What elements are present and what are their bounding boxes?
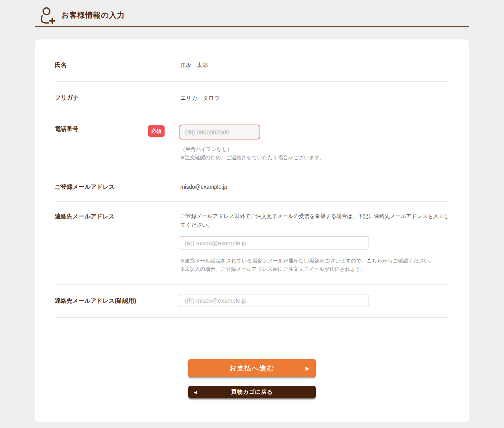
back-button-label: 買物カゴに戻る (231, 389, 273, 395)
name-value: 江坂 太郎 (179, 62, 208, 68)
row-contact-email-confirm: 連絡先メールアドレス(確認用) (55, 285, 449, 318)
phone-note-contact: ※注文確認のため、ご連絡させていただく場合がございます。 (180, 153, 449, 162)
contact-email-label: 連絡先メールアドレス (55, 213, 115, 220)
phone-label: 電話番号 (55, 125, 78, 132)
arrow-right-icon: ▶ (306, 365, 309, 371)
contact-email-note-blank: ※未記入の場合、ご登録メールアドレス宛にご注文完了メールが送信されます。 (180, 265, 449, 273)
furigana-label: フリガナ (55, 94, 79, 101)
required-badge: 必須 (148, 125, 165, 137)
checkout-page: お客様情報の入力 氏名 江坂 太郎 フリガナ エサカ タロウ 電話番号 (35, 0, 469, 422)
name-label: 氏名 (55, 61, 67, 68)
row-registered-email: ご登録メールアドレス misdo@example.jp (55, 172, 449, 202)
phone-input[interactable] (179, 125, 260, 140)
contact-email-input[interactable] (179, 236, 369, 249)
contact-email-confirm-label: 連絡先メールアドレス(確認用) (55, 297, 136, 304)
kochira-link[interactable]: こちら (367, 258, 382, 264)
contact-email-description: ご登録メールアドレス以外でご注文完了メールの受信を希望する場合は、下記に連絡先メ… (179, 212, 449, 229)
row-name: 氏名 江坂 太郎 (55, 49, 449, 82)
row-furigana: フリガナ エサカ タロウ (55, 82, 449, 114)
spam-note-tail: からご確認ください。 (382, 258, 434, 264)
page-title: お客様情報の入力 (61, 10, 125, 20)
person-add-icon (38, 7, 56, 24)
row-phone: 電話番号 必須 （半角ハイフンなし） ※注文確認のため、ご連絡させていただく場合… (55, 114, 449, 172)
registered-email-value: misdo@example.jp (179, 184, 227, 190)
contact-email-note-spam: ※迷惑メール設定をされている場合はメールが届かない場合がございますので、こちらか… (180, 257, 449, 265)
proceed-to-payment-button[interactable]: お支払へ進む ▶ (188, 359, 316, 377)
form-actions: お支払へ進む ▶ ◀ 買物カゴに戻る (55, 359, 449, 422)
back-to-cart-button[interactable]: ◀ 買物カゴに戻る (188, 386, 316, 398)
furigana-value: エサカ タロウ (179, 95, 220, 101)
row-contact-email: 連絡先メールアドレス ご登録メールアドレス以外でご注文完了メールの受信を希望する… (55, 202, 449, 285)
registered-email-label: ご登録メールアドレス (55, 183, 115, 190)
spam-note-text: ※迷惑メール設定をされている場合はメールが届かない場合がございますので、 (180, 258, 367, 264)
proceed-button-label: お支払へ進む (229, 365, 274, 372)
contact-email-confirm-input[interactable] (179, 294, 369, 307)
phone-note-format: （半角ハイフンなし） (180, 145, 449, 153)
page-header: お客様情報の入力 (35, 0, 469, 27)
customer-info-card: 氏名 江坂 太郎 フリガナ エサカ タロウ 電話番号 必須 (35, 39, 469, 422)
arrow-left-icon: ◀ (194, 390, 197, 395)
